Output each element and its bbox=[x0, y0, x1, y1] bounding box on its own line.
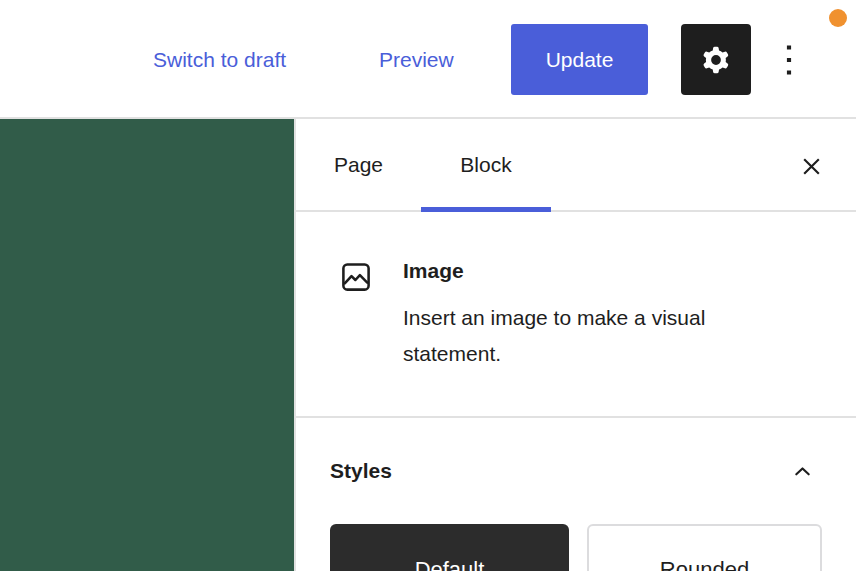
chevron-up-icon bbox=[789, 458, 816, 485]
tab-page[interactable]: Page bbox=[296, 119, 421, 210]
style-option-rounded[interactable]: Rounded bbox=[587, 524, 822, 571]
sidebar-tabbar: Page Block bbox=[296, 119, 856, 212]
styles-panel: Styles Default Rounded bbox=[296, 418, 856, 571]
block-info-text: Image Insert an image to make a visual s… bbox=[403, 256, 705, 416]
block-info-card: Image Insert an image to make a visual s… bbox=[296, 212, 856, 418]
block-description-line: Insert an image to make a visual bbox=[403, 300, 705, 336]
update-button[interactable]: Update bbox=[511, 24, 648, 95]
editor-window: Switch to draft Preview Update Page Bloc… bbox=[0, 0, 856, 571]
switch-to-draft-button[interactable]: Switch to draft bbox=[153, 46, 286, 74]
tab-block[interactable]: Block bbox=[421, 119, 551, 210]
close-icon bbox=[798, 153, 825, 180]
editor-top-bar: Switch to draft Preview Update bbox=[0, 0, 856, 119]
image-block-icon bbox=[338, 258, 374, 416]
editor-canvas-page[interactable] bbox=[0, 119, 294, 571]
gear-icon bbox=[696, 40, 736, 80]
styles-panel-header[interactable]: Styles bbox=[296, 418, 856, 486]
block-description: Insert an image to make a visual stateme… bbox=[403, 300, 705, 372]
settings-sidebar: Page Block Image Inse bbox=[294, 119, 856, 571]
close-sidebar-button[interactable] bbox=[796, 151, 826, 181]
block-title: Image bbox=[403, 256, 705, 286]
options-menu-button[interactable] bbox=[765, 24, 813, 95]
recording-indicator-dot bbox=[829, 9, 847, 27]
preview-button[interactable]: Preview bbox=[379, 46, 454, 74]
settings-toggle-button[interactable] bbox=[681, 24, 751, 95]
active-tab-indicator bbox=[421, 207, 551, 212]
styles-panel-title: Styles bbox=[330, 456, 392, 486]
block-description-line: statement. bbox=[403, 336, 705, 372]
style-option-default[interactable]: Default bbox=[330, 524, 569, 571]
style-options-group: Default Rounded bbox=[296, 524, 856, 571]
more-vertical-icon bbox=[764, 35, 814, 85]
